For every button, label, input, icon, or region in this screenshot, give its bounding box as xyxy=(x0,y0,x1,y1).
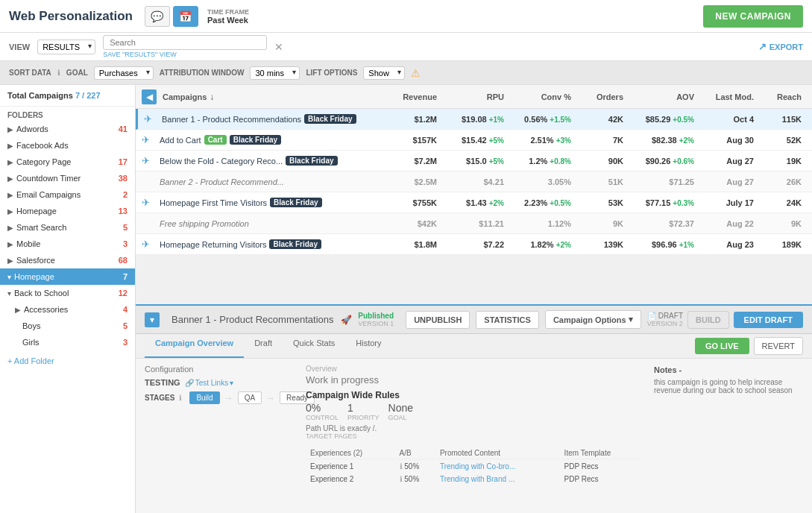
tab-campaign-overview[interactable]: Campaign Overview xyxy=(145,334,244,358)
goal-select[interactable]: Purchases xyxy=(94,66,154,80)
search-input[interactable] xyxy=(103,35,267,50)
view-select-wrap: RESULTS xyxy=(37,40,95,54)
table-row[interactable]: ✈ Homepage First Time Visitors Black Fri… xyxy=(136,192,812,213)
sidebar-item-back-to-school[interactable]: ▾Back to School 12 xyxy=(0,285,135,301)
chevron-down-icon: ▾ xyxy=(629,315,633,324)
experience-row: Experience 1 ℹ 50% Trending with Co-bro.… xyxy=(307,461,641,472)
testing-row: TESTING 🔗 Test Links ▾ xyxy=(145,378,294,387)
edit-draft-button[interactable]: EDIT DRAFT xyxy=(734,312,803,328)
add-folder-link[interactable]: + Add Folder xyxy=(0,350,135,371)
attribution-select[interactable]: 30 mins xyxy=(250,66,300,80)
campaign-options-button[interactable]: Campaign Options ▾ xyxy=(545,310,641,329)
sidebar-item-girls[interactable]: Girls 3 xyxy=(0,334,135,350)
notes-text: this campaign is going to help increase … xyxy=(654,378,803,394)
sidebar-item-category-page[interactable]: ▶Category Page 17 xyxy=(0,154,135,170)
campaign-icon: ✈ xyxy=(142,239,157,250)
campaign-tag: Black Friday xyxy=(286,156,337,166)
campaign-name: Add to Cart xyxy=(160,136,201,145)
header: Web Personalization 💬 📅 TIME FRAME Past … xyxy=(0,0,812,33)
aov-val: $71.25 xyxy=(623,177,694,186)
exp1-info: ℹ xyxy=(400,462,403,470)
main-area: Total Campaigns 7 / 227 FOLDERS ▶Adwords… xyxy=(0,85,812,513)
table-row[interactable]: Banner 2 - Product Recommend... $2.5M $4… xyxy=(136,171,812,192)
expand-button[interactable]: ▾ xyxy=(145,312,160,327)
sidebar-item-countdown[interactable]: ▶Countdown Timer 38 xyxy=(0,170,135,186)
goal-label: GOAL xyxy=(66,69,88,77)
warning-icon: ⚠ xyxy=(411,67,421,79)
testing-label: TESTING xyxy=(145,378,180,387)
view-label: VIEW xyxy=(9,43,30,51)
rpu-val: $15.42 +5% xyxy=(437,136,504,145)
sidebar-item-homepage[interactable]: ▶Homepage 13 xyxy=(0,203,135,219)
lastmod-val: July 17 xyxy=(694,198,754,207)
bottom-panel: ▾ Banner 1 - Product Recommentations 🚀 P… xyxy=(136,304,812,513)
stage-build[interactable]: Build xyxy=(189,391,219,404)
sidebar-item-adwords[interactable]: ▶Adwords 41 xyxy=(0,121,135,137)
lift-select[interactable]: Show xyxy=(363,66,405,80)
draft-label: 📄 DRAFT VERSION 2 xyxy=(647,312,683,327)
tab-draft[interactable]: Draft xyxy=(244,334,283,358)
goal-stat: None GOAL xyxy=(388,402,413,421)
exp1-promoted-link[interactable]: Trending with Co-bro... xyxy=(440,462,515,470)
sort-info-icon: ℹ xyxy=(57,69,60,77)
export-button[interactable]: ↗ EXPORT xyxy=(758,41,803,52)
reach-val: 52K xyxy=(754,136,806,145)
go-live-button[interactable]: GO LIVE xyxy=(695,338,749,354)
sort-data-label: SORT DATA xyxy=(9,69,51,77)
sidebar-item-mobile[interactable]: ▶Mobile 3 xyxy=(0,236,135,252)
campaign-name: Below the Fold - Category Reco... xyxy=(160,157,283,166)
sidebar-item-smart-search[interactable]: ▶Smart Search 5 xyxy=(0,219,135,236)
col-revenue: Revenue xyxy=(374,92,437,101)
campaign-name-cell: Below the Fold - Category Reco... Black … xyxy=(160,156,374,166)
time-frame-label: TIME FRAME xyxy=(207,8,249,16)
aov-val: $90.26 +0.6% xyxy=(623,157,694,166)
orders-val: 9K xyxy=(571,219,623,228)
reach-val: 115K xyxy=(754,115,806,124)
table-row[interactable]: ✈ Add to Cart Cart Black Friday $157K $1… xyxy=(136,130,812,151)
collapse-button[interactable]: ◀ xyxy=(142,89,157,104)
sidebar: Total Campaigns 7 / 227 FOLDERS ▶Adwords… xyxy=(0,85,136,513)
table-row[interactable]: Free shipping Promotion $42K $11.21 1.12… xyxy=(136,213,812,234)
sidebar-item-accessories[interactable]: ▶Accessories 4 xyxy=(0,301,135,318)
sidebar-item-facebook[interactable]: ▶Facebook Ads xyxy=(0,137,135,154)
table-row[interactable]: ✈ Homepage Returning Visitors Black Frid… xyxy=(136,234,812,255)
overview-label: Overview xyxy=(306,365,642,373)
table-row[interactable]: ✈ Banner 1 - Product Recommendations Bla… xyxy=(136,109,812,130)
campaign-name-cell: Homepage First Time Visitors Black Frida… xyxy=(160,198,374,207)
unpublish-button[interactable]: UNPUBLISH xyxy=(406,311,470,329)
exp2-promoted-link[interactable]: Trending with Brand ... xyxy=(440,475,514,483)
sidebar-item-salesforce[interactable]: ▶Salesforce 68 xyxy=(0,252,135,268)
reach-val: 26K xyxy=(754,177,806,186)
stages-info-icon: ℹ xyxy=(179,394,182,402)
bottom-panel-header: ▾ Banner 1 - Product Recommentations 🚀 P… xyxy=(136,306,812,334)
link-icon: 🔗 xyxy=(185,379,194,387)
content-area: ◀ Campaigns ↓ Revenue RPU Conv % Orders … xyxy=(136,85,812,513)
view-select[interactable]: RESULTS xyxy=(37,40,95,54)
rpu-val: $4.21 xyxy=(437,177,504,186)
test-links[interactable]: 🔗 Test Links ▾ xyxy=(185,379,233,387)
sidebar-item-boys[interactable]: Boys 5 xyxy=(0,318,135,334)
build-button[interactable]: BUILD xyxy=(687,311,729,329)
revenue-val: $755K xyxy=(374,198,437,207)
chat-icon-btn[interactable]: 💬 xyxy=(145,6,170,27)
statistics-button[interactable]: STATISTICS xyxy=(476,311,539,329)
revert-button[interactable]: REVERT xyxy=(754,337,803,355)
sidebar-item-homepage-active[interactable]: ▾Homepage 7 xyxy=(0,268,135,285)
live-revert-actions: GO LIVE REVERT xyxy=(695,334,803,358)
calendar-icon-btn[interactable]: 📅 xyxy=(173,6,198,27)
save-view-link[interactable]: SAVE "RESULTS" VIEW xyxy=(103,51,267,58)
conv-val: 1.82% +2% xyxy=(504,240,571,249)
search-clear-icon[interactable]: ✕ xyxy=(274,41,283,53)
sort-bar: SORT DATA ℹ GOAL Purchases ATTRIBUTION W… xyxy=(0,61,812,85)
new-campaign-button[interactable]: NEW CAMPAIGN xyxy=(703,5,803,28)
toolbar: VIEW RESULTS SAVE "RESULTS" VIEW ✕ ↗ EXP… xyxy=(0,33,812,61)
tab-quick-stats[interactable]: Quick Stats xyxy=(283,334,345,358)
sidebar-item-email[interactable]: ▶Email Campaigns 2 xyxy=(0,186,135,203)
conv-val: 1.12% xyxy=(504,219,571,228)
stage-qa[interactable]: QA xyxy=(238,391,262,404)
tab-history[interactable]: History xyxy=(345,334,391,358)
table-row[interactable]: ✈ Below the Fold - Category Reco... Blac… xyxy=(136,151,812,171)
stage-arrow2: → xyxy=(266,393,275,403)
rules-stats: 0% CONTROL 1 PRIORITY None GOAL xyxy=(306,402,642,421)
priority-stat: 1 PRIORITY xyxy=(347,402,380,421)
